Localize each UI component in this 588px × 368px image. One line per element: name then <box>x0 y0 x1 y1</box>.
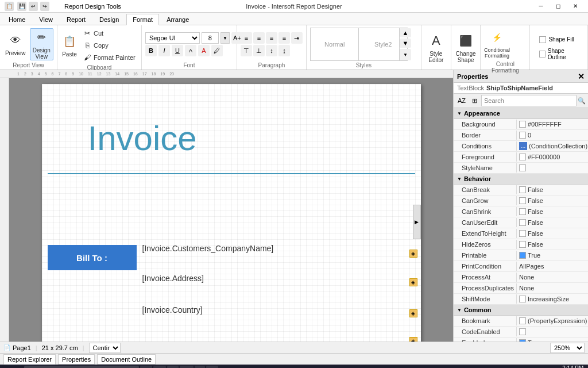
canvas-scroll[interactable]: Invoice Bill To : [Invoice.Customers_Com… <box>9 78 453 342</box>
stylename-value[interactable] <box>517 163 588 172</box>
canbreak-checkbox[interactable] <box>519 186 526 193</box>
enabled-value[interactable]: True <box>517 338 588 342</box>
ie-button[interactable]: ℯ <box>195 366 205 368</box>
start-button[interactable]: ⊞ <box>2 366 23 368</box>
minimize-button[interactable]: ─ <box>533 2 549 11</box>
canshrink-value[interactable]: False <box>517 207 588 216</box>
indent-button[interactable]: ⇥ <box>291 32 303 44</box>
cangrow-checkbox[interactable] <box>519 197 526 204</box>
canuseredit-value[interactable]: False <box>517 218 588 227</box>
align-right-button[interactable]: ≡ <box>266 32 277 44</box>
canbreak-value[interactable]: False <box>517 185 588 194</box>
styles-down[interactable]: ▼ <box>400 39 411 48</box>
conditions-btn[interactable]: … <box>519 142 527 150</box>
categorize-button[interactable]: ⊞ <box>469 95 480 106</box>
close-button[interactable]: ✕ <box>567 2 583 11</box>
conditional-formatting-button[interactable]: ⚡ ConditionalFormatting <box>484 28 509 60</box>
font-family-select[interactable]: Segoe UI <box>145 32 200 44</box>
common-section-header[interactable]: ▼ Common <box>454 305 588 316</box>
strikethrough-button[interactable]: A <box>185 45 196 56</box>
cangrow-value[interactable]: False <box>517 196 588 205</box>
printcondition-value[interactable]: AllPages <box>517 262 588 271</box>
canshrink-checkbox[interactable] <box>519 208 526 215</box>
processduplicates-value[interactable]: None <box>517 283 588 293</box>
stylename-checkbox[interactable] <box>519 164 526 171</box>
hidezeros-checkbox[interactable] <box>519 241 526 248</box>
conditions-value[interactable]: … (ConditionCollection) <box>517 141 588 151</box>
expand-arrow[interactable]: ▶ <box>413 205 421 239</box>
tab-home[interactable]: Home <box>2 14 32 25</box>
enabled-checkbox[interactable] <box>519 339 526 342</box>
sort-az-button[interactable]: AZ <box>456 95 467 106</box>
tab-design[interactable]: Design <box>93 14 125 25</box>
document-outline-tab[interactable]: Document Outline <box>97 354 156 365</box>
styles-expand[interactable]: ▼ <box>400 49 411 60</box>
company-resize-handle[interactable]: ◈ <box>409 250 417 258</box>
paste-button[interactable]: 📋 Paste <box>61 29 78 62</box>
properties-close-button[interactable]: ✕ <box>578 72 585 81</box>
country-resize-handle[interactable]: ◈ <box>409 309 417 317</box>
company-field[interactable]: [Invoice.Customers_CompanyName] <box>142 244 274 253</box>
copy-button[interactable]: ⎘ Copy <box>80 40 138 51</box>
printable-checkbox[interactable] <box>519 252 526 259</box>
cut-button[interactable]: ✂ Cut <box>80 28 138 39</box>
styles-up[interactable]: ▲ <box>400 28 411 37</box>
extra-resize-handle[interactable]: ◈ <box>409 337 417 342</box>
country-field[interactable]: [Invoice.Country] <box>142 305 203 315</box>
valign-middle-button[interactable]: ⊥ <box>253 45 265 56</box>
text-direction-button[interactable]: ↕ <box>266 45 277 56</box>
redo-icon[interactable]: ↪ <box>40 2 49 11</box>
properties-tab[interactable]: Properties <box>58 354 95 365</box>
system-clock[interactable]: 2:14 PM 11/5/2015 <box>560 365 586 368</box>
align-left-button[interactable]: ≡ <box>241 32 252 44</box>
align-center-button[interactable]: ≡ <box>253 32 265 44</box>
align-justify-button[interactable]: ≡ <box>278 32 290 44</box>
background-value[interactable]: #00FFFFFF <box>517 120 588 129</box>
background-checkbox[interactable] <box>519 121 526 128</box>
shape-outline-button[interactable]: Shape Outline <box>537 46 581 62</box>
codeenabled-value[interactable] <box>517 327 588 336</box>
tab-report[interactable]: Report <box>60 14 92 25</box>
font-color-button[interactable]: A <box>198 45 210 56</box>
appearance-section-header[interactable]: ▼ Appearance <box>454 108 588 119</box>
visual-studio-button[interactable]: ◈ <box>167 366 179 368</box>
extendtoheight-checkbox[interactable] <box>519 230 526 237</box>
design-view-button[interactable]: ✏ DesignView <box>30 28 54 60</box>
network-button[interactable]: 🖧 <box>153 366 166 368</box>
format-painter-button[interactable]: 🖌 Format Painter <box>80 52 138 63</box>
tab-format[interactable]: Format <box>126 14 159 25</box>
bold-button[interactable]: B <box>145 45 157 56</box>
extendtoheight-value[interactable]: False <box>517 229 588 238</box>
foreground-value[interactable]: #FF000000 <box>517 152 588 162</box>
restore-button[interactable]: ◻ <box>550 2 566 11</box>
preview-button[interactable]: 👁 Preview <box>3 28 28 60</box>
border-value[interactable]: 0 <box>517 131 588 140</box>
highlight-button[interactable]: 🖊 <box>211 45 223 56</box>
bookmark-checkbox[interactable] <box>519 317 526 324</box>
task-view-button[interactable]: ❑ <box>140 366 152 368</box>
behavior-section-header[interactable]: ▼ Behavior <box>454 174 588 185</box>
shiftmode-checkbox[interactable] <box>519 296 526 302</box>
address-resize-handle[interactable]: ◈ <box>409 278 417 286</box>
change-shape-button[interactable]: ⬛ ChangeShape <box>455 32 477 64</box>
explorer-button[interactable]: 📁 <box>180 366 194 368</box>
valign-top-button[interactable]: ⊤ <box>241 45 252 56</box>
italic-button[interactable]: I <box>158 45 170 56</box>
unit-select[interactable]: Centimeters <box>89 343 121 353</box>
shape-fill-button[interactable]: Shape Fill <box>537 34 581 45</box>
app6-button[interactable]: ◉ <box>206 366 218 368</box>
search-bar[interactable]: 🔍 Ask me anything <box>24 366 139 368</box>
undo-icon[interactable]: ↩ <box>29 2 38 11</box>
bookmark-value[interactable]: (PropertyExpression) <box>517 316 588 325</box>
save-icon[interactable]: 💾 <box>17 2 26 11</box>
hidezeros-value[interactable]: False <box>517 240 588 249</box>
border-checkbox[interactable] <box>519 132 526 139</box>
tab-arrange[interactable]: Arrange <box>160 14 195 25</box>
style-editor-button[interactable]: A StyleEditor <box>425 32 447 64</box>
canuseredit-checkbox[interactable] <box>519 219 526 226</box>
shape-fill-checkbox[interactable] <box>539 36 546 43</box>
printable-value[interactable]: True <box>517 251 588 260</box>
shiftmode-value[interactable]: IncreasingSize <box>517 294 588 304</box>
font-size-dropdown[interactable]: ▼ <box>220 32 230 44</box>
processat-value[interactable]: None <box>517 273 588 282</box>
